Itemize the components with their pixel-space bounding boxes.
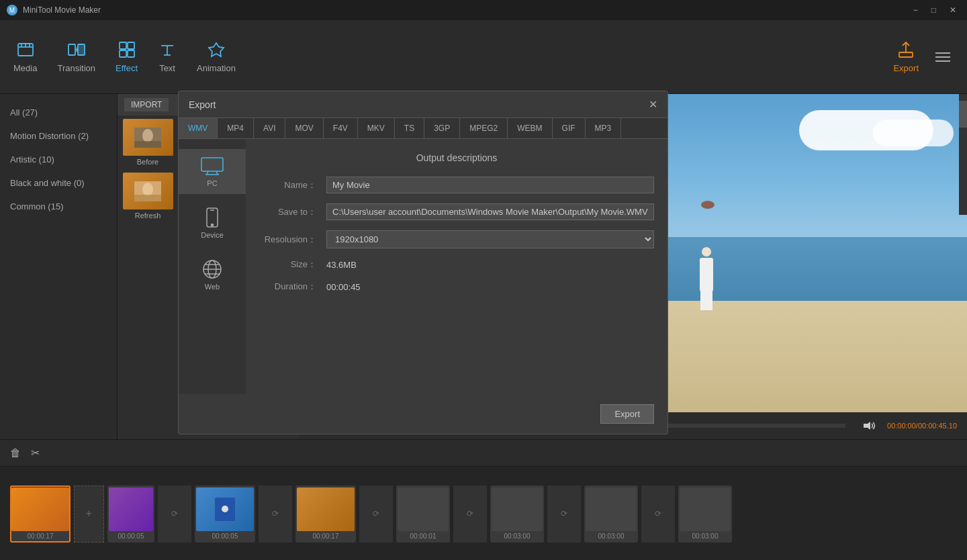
svg-marker-15	[209, 43, 224, 56]
modal-tab-mp3[interactable]: MP3	[586, 118, 622, 138]
modal-tabs: WMV MP4 AVI MOV F4V MKV TS 3GP MPEG2 WEB…	[179, 118, 667, 139]
person-body	[700, 258, 713, 291]
effect-item-before[interactable]: Before	[118, 115, 178, 169]
scrollbar-thumb[interactable]	[959, 101, 967, 128]
form-row-save-to: Save to：	[259, 203, 654, 220]
toolbar-right: Export	[893, 40, 954, 73]
modal-option-pc[interactable]: PC	[179, 149, 246, 194]
add-clip-button[interactable]: +	[74, 485, 104, 543]
main-toolbar: Media Transition Effect	[0, 20, 967, 94]
text-icon	[158, 40, 177, 59]
save-to-input[interactable]	[326, 203, 654, 220]
svg-point-39	[212, 224, 214, 226]
form-row-resolution: Resolusion： 1920x1080 1280x720 854x480 6…	[259, 230, 654, 248]
person-head-small	[222, 506, 228, 512]
modal-tab-avi[interactable]: AVI	[254, 118, 285, 138]
name-label: Name：	[259, 179, 326, 191]
transition-indicator-1: ⟳	[158, 485, 191, 543]
modal-tab-mov[interactable]: MOV	[285, 118, 323, 138]
svg-marker-33	[864, 422, 870, 430]
modal-tab-f4v[interactable]: F4V	[324, 118, 358, 138]
timeline-clip-5[interactable]: 00:00:01	[396, 485, 450, 543]
person-head	[702, 247, 711, 256]
transition-indicator-4: ⟳	[453, 485, 487, 543]
pc-label: PC	[207, 179, 217, 187]
refresh-thumb-svg	[134, 181, 161, 201]
modal-tab-3gp[interactable]: 3GP	[424, 118, 460, 138]
timeline-clip-4[interactable]: 00:00:17	[295, 485, 356, 543]
volume-icon[interactable]	[862, 420, 877, 431]
modal-option-device[interactable]: Device	[179, 201, 246, 246]
toolbar-item-text[interactable]: Text	[158, 40, 177, 73]
modal-tab-gif[interactable]: GIF	[553, 118, 586, 138]
modal-tab-mpeg2[interactable]: MPEG2	[460, 118, 508, 138]
hamburger-line	[935, 56, 950, 58]
person-figure	[700, 247, 713, 310]
modal-tab-wmv[interactable]: WMV	[179, 118, 218, 138]
size-label: Size：	[259, 259, 326, 271]
clip-time-6: 00:03:00	[504, 532, 531, 540]
clip-time-3: 00:00:05	[212, 532, 238, 540]
timeline-clip-1[interactable]: 00:00:17	[10, 485, 71, 543]
timeline-clip-2[interactable]: 00:00:05	[107, 485, 154, 543]
transition-indicator-3: ⟳	[359, 485, 393, 543]
toolbar-item-effect[interactable]: Effect	[116, 40, 138, 73]
export-button[interactable]: Export	[893, 40, 919, 73]
toolbar-item-transition[interactable]: Transition	[57, 40, 95, 73]
close-button[interactable]: ✕	[946, 4, 960, 16]
app-logo: M	[7, 5, 17, 15]
name-input[interactable]	[326, 177, 654, 193]
clip-thumb-5	[398, 487, 449, 531]
import-button[interactable]: IMPORT	[124, 98, 169, 111]
save-to-label: Save to：	[259, 206, 326, 218]
modal-tab-webm[interactable]: WEBM	[508, 118, 552, 138]
minimize-button[interactable]: −	[909, 4, 922, 16]
svg-rect-6	[78, 44, 85, 55]
sidebar-item-black-white[interactable]: Black and white (0)	[0, 171, 117, 195]
effect-item-refresh[interactable]: Refresh	[118, 169, 178, 223]
sidebar-item-motion-distortion[interactable]: Motion Distortion (2)	[0, 124, 117, 148]
timeline-clip-7[interactable]: 00:03:00	[584, 485, 638, 543]
effect-thumb-refresh	[123, 173, 173, 209]
svg-rect-5	[68, 44, 75, 55]
device-icon	[199, 207, 226, 228]
timeline-clip-3[interactable]: 00:00:05	[195, 485, 255, 543]
cut-button[interactable]: ✂	[31, 447, 40, 459]
resolution-select[interactable]: 1920x1080 1280x720 854x480 640x360	[326, 230, 654, 248]
scrollbar-track[interactable]	[959, 94, 967, 215]
sidebar-item-common[interactable]: Common (15)	[0, 195, 117, 218]
transition-icon	[67, 40, 86, 59]
toolbar-item-media[interactable]: Media	[13, 40, 37, 73]
timeline-clip-6[interactable]: 00:03:00	[490, 485, 544, 543]
hamburger-menu[interactable]	[932, 49, 954, 65]
transition-icon-2: ⟳	[272, 509, 279, 518]
modal-tab-mp4[interactable]: MP4	[218, 118, 254, 138]
title-bar: M MiniTool Movie Maker − □ ✕	[0, 0, 967, 20]
animation-icon	[207, 40, 226, 59]
toolbar-item-animation[interactable]: Animation	[197, 40, 236, 73]
sidebar-item-all[interactable]: All (27)	[0, 101, 117, 124]
before-thumb-svg	[134, 128, 161, 148]
modal-header: Export ✕	[179, 91, 667, 118]
modal-export-button[interactable]: Export	[600, 404, 654, 424]
modal-tab-mkv[interactable]: MKV	[358, 118, 395, 138]
sidebar-item-artistic[interactable]: Artistic (10)	[0, 148, 117, 171]
clip-time-8: 00:03:00	[692, 532, 719, 540]
delete-button[interactable]: 🗑	[10, 447, 21, 459]
modal-close-button[interactable]: ✕	[649, 98, 657, 111]
modal-option-web[interactable]: Web	[179, 252, 246, 297]
hamburger-line	[935, 52, 950, 54]
web-icon	[199, 259, 226, 279]
clip-thumb-1	[11, 487, 69, 531]
timeline-clip-8[interactable]: 00:03:00	[678, 485, 732, 543]
clip-time-7: 00:03:00	[598, 532, 625, 540]
svg-point-28	[142, 183, 153, 196]
effect-label-refresh: Refresh	[135, 212, 161, 220]
svg-rect-10	[120, 50, 126, 57]
svg-rect-9	[128, 42, 134, 49]
svg-point-19	[142, 129, 153, 142]
maximize-button[interactable]: □	[927, 4, 940, 16]
output-descriptions-title: Output descriptions	[259, 152, 654, 163]
modal-tab-ts[interactable]: TS	[395, 118, 424, 138]
size-value: 43.6MB	[326, 260, 654, 270]
